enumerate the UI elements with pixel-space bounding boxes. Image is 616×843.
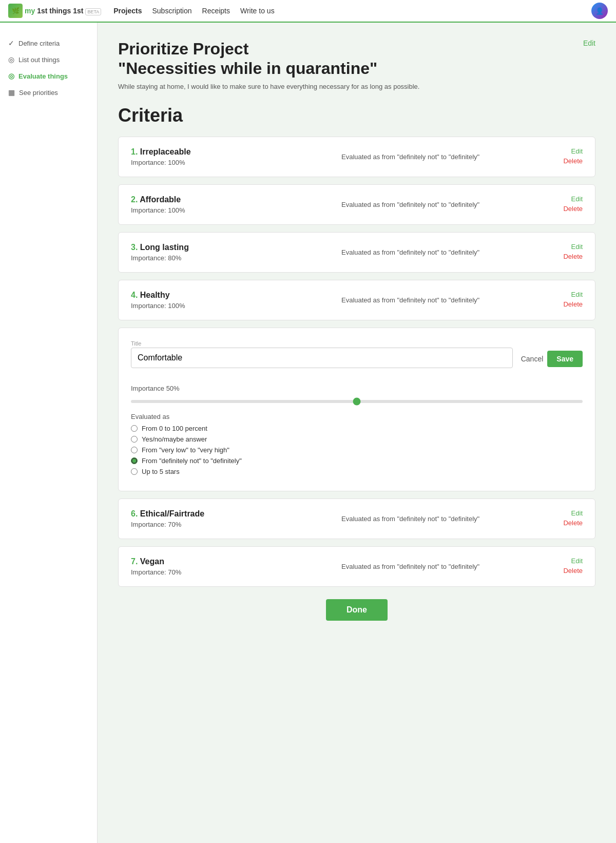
criteria-name-6: 6. Ethical/Fairtrade [131, 509, 331, 519]
criteria-delete-7[interactable]: Delete [563, 567, 583, 574]
criteria-actions-7: Edit Delete [552, 557, 583, 574]
criteria-importance-2: Importance: 100% [131, 206, 331, 214]
radio-0[interactable] [131, 425, 138, 432]
criteria-delete-1[interactable]: Delete [563, 157, 583, 165]
sidebar-label-list: List out things [18, 56, 60, 64]
criteria-card-6: 6. Ethical/Fairtrade Importance: 70% Eva… [118, 499, 595, 539]
radio-label-4: Up to 5 stars [142, 468, 180, 475]
nav-link-write[interactable]: Write to us [240, 7, 275, 15]
sidebar-item-see-priorities[interactable]: ▦ See priorities [0, 84, 97, 101]
nav-link-projects[interactable]: Projects [113, 7, 142, 15]
criteria-evaluated-3: Evaluated as from "definitely not" to "d… [331, 248, 552, 256]
criteria-delete-6[interactable]: Delete [563, 519, 583, 527]
title-input[interactable] [131, 348, 513, 368]
criteria-edit-1[interactable]: Edit [571, 147, 583, 155]
sidebar-item-define-criteria[interactable]: ✓ Define criteria [0, 35, 97, 51]
criteria-evaluated-1: Evaluated as from "definitely not" to "d… [331, 153, 552, 161]
page-header: Prioritize Project"Necessities while in … [118, 39, 595, 79]
cancel-button[interactable]: Cancel [521, 355, 544, 363]
criteria-edit-4[interactable]: Edit [571, 291, 583, 298]
criteria-actions-4: Edit Delete [552, 291, 583, 308]
radio-item-1[interactable]: Yes/no/maybe answer [131, 435, 583, 443]
radio-3[interactable] [131, 457, 138, 464]
importance-slider[interactable] [131, 400, 583, 403]
check-icon: ✓ [8, 39, 14, 47]
title-field-wrapper: Title [131, 340, 513, 368]
criteria-delete-2[interactable]: Delete [563, 205, 583, 213]
criteria-name-4: 4. Healthy [131, 291, 331, 300]
page-title: Prioritize Project"Necessities while in … [118, 39, 377, 79]
criteria-delete-4[interactable]: Delete [563, 300, 583, 308]
radio-2[interactable] [131, 447, 138, 453]
sidebar-item-evaluate-things[interactable]: ◎ Evaluate things [0, 68, 97, 84]
radio-1[interactable] [131, 436, 138, 443]
sidebar-item-list-things[interactable]: ◎ List out things [0, 51, 97, 68]
sidebar-label-evaluate: Evaluate things [18, 72, 68, 80]
criteria-evaluated-7: Evaluated as from "definitely not" to "d… [331, 563, 552, 570]
logo-icon: 🌿 [8, 4, 23, 18]
criteria-edit-form: Title Cancel Save Importance 50% [118, 328, 595, 491]
criteria-importance-1: Importance: 100% [131, 159, 331, 166]
evaluated-as-group: Evaluated as From 0 to 100 percent Yes/n… [131, 413, 583, 475]
list-icon: ◎ [8, 55, 14, 64]
top-navigation: 🌿 my 1st things 1stBETA Projects Subscri… [0, 0, 616, 23]
criteria-name-1: 1. Irreplaceable [131, 147, 331, 157]
criteria-edit-7[interactable]: Edit [571, 557, 583, 565]
criteria-actions-2: Edit Delete [552, 195, 583, 213]
criteria-edit-2[interactable]: Edit [571, 195, 583, 203]
criteria-card-7: 7. Vegan Importance: 70% Evaluated as fr… [118, 546, 595, 587]
criteria-edit-6[interactable]: Edit [571, 509, 583, 517]
criteria-left-7: 7. Vegan Importance: 70% [131, 557, 331, 576]
criteria-card-2: 2. Affordable Importance: 100% Evaluated… [118, 184, 595, 225]
edit-form-fields: Title [131, 340, 513, 376]
nav-link-subscription[interactable]: Subscription [152, 7, 191, 15]
criteria-name-2: 2. Affordable [131, 195, 331, 204]
section-title: Criteria [118, 105, 595, 126]
nav-links: Projects Subscription Receipts Write to … [113, 7, 274, 15]
importance-label: Importance 50% [131, 385, 583, 392]
criteria-section: Criteria 1. Irreplaceable Importance: 10… [118, 105, 595, 587]
priorities-icon: ▦ [8, 88, 15, 97]
radio-item-4[interactable]: Up to 5 stars [131, 468, 583, 475]
criteria-actions-6: Edit Delete [552, 509, 583, 527]
criteria-left-6: 6. Ethical/Fairtrade Importance: 70% [131, 509, 331, 528]
radio-item-0[interactable]: From 0 to 100 percent [131, 425, 583, 432]
logo[interactable]: 🌿 my 1st things 1stBETA [8, 4, 101, 18]
criteria-delete-3[interactable]: Delete [563, 253, 583, 260]
radio-item-2[interactable]: From "very low" to "very high" [131, 446, 583, 454]
edit-form-actions: Cancel Save [521, 340, 583, 367]
sidebar-label-define: Define criteria [18, 40, 60, 47]
criteria-edit-3[interactable]: Edit [571, 243, 583, 251]
page-description: While staying at home, I would like to m… [118, 83, 595, 90]
user-avatar[interactable]: 👤 [591, 3, 608, 19]
radio-label-0: From 0 to 100 percent [142, 425, 207, 432]
evaluated-as-label: Evaluated as [131, 413, 583, 420]
criteria-evaluated-6: Evaluated as from "definitely not" to "d… [331, 515, 552, 523]
criteria-left-3: 3. Long lasting Importance: 80% [131, 243, 331, 262]
criteria-actions-1: Edit Delete [552, 147, 583, 165]
criteria-card-1: 1. Irreplaceable Importance: 100% Evalua… [118, 137, 595, 177]
save-button[interactable]: Save [547, 351, 583, 367]
project-edit-button[interactable]: Edit [583, 39, 595, 47]
radio-4[interactable] [131, 468, 138, 475]
main-layout: ✓ Define criteria ◎ List out things ◎ Ev… [0, 23, 616, 843]
criteria-card-3: 3. Long lasting Importance: 80% Evaluate… [118, 232, 595, 273]
nav-link-receipts[interactable]: Receipts [202, 7, 230, 15]
evaluate-icon: ◎ [8, 72, 14, 80]
criteria-name-7: 7. Vegan [131, 557, 331, 566]
criteria-actions-3: Edit Delete [552, 243, 583, 260]
main-content: Prioritize Project"Necessities while in … [98, 23, 616, 843]
done-button[interactable]: Done [326, 599, 388, 621]
criteria-importance-6: Importance: 70% [131, 521, 331, 528]
criteria-card-4: 4. Healthy Importance: 100% Evaluated as… [118, 280, 595, 320]
criteria-importance-4: Importance: 100% [131, 302, 331, 310]
criteria-name-3: 3. Long lasting [131, 243, 331, 252]
criteria-importance-7: Importance: 70% [131, 568, 331, 576]
sidebar-label-priorities: See priorities [19, 89, 58, 97]
radio-item-3[interactable]: From "definitely not" to "definitely" [131, 457, 583, 465]
criteria-left-1: 1. Irreplaceable Importance: 100% [131, 147, 331, 166]
radio-label-1: Yes/no/maybe answer [142, 435, 207, 443]
criteria-evaluated-4: Evaluated as from "definitely not" to "d… [331, 296, 552, 304]
criteria-importance-3: Importance: 80% [131, 254, 331, 262]
radio-label-3: From "definitely not" to "definitely" [142, 457, 242, 465]
